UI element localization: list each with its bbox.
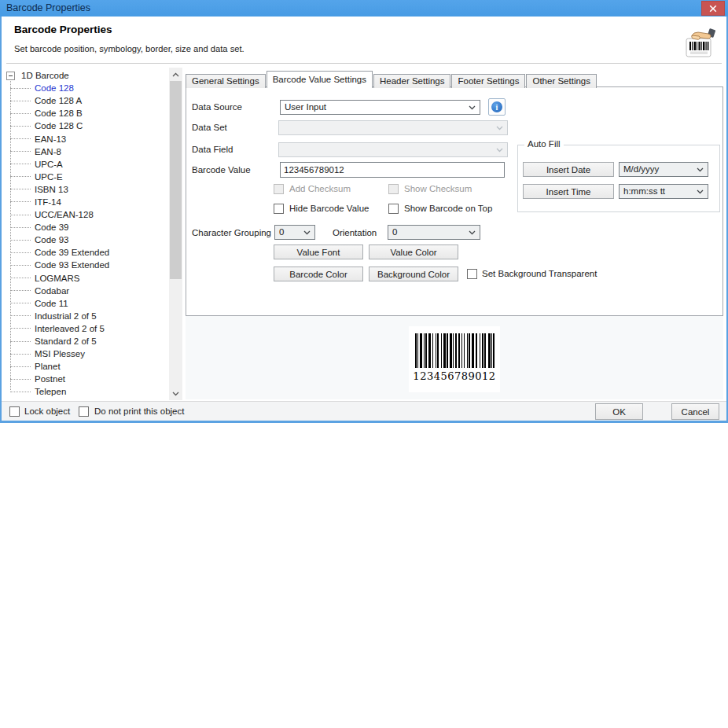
tree-item-label: Code 39 Extended (35, 248, 109, 257)
tree-item-code-128-a[interactable]: Code 128 A (6, 94, 165, 107)
tree-item-code-128-b[interactable]: Code 128 B (6, 107, 165, 119)
tree-connector (10, 88, 31, 89)
set-background-transparent-checkbox[interactable] (467, 269, 477, 279)
tree-item-planet[interactable]: Planet (6, 360, 165, 373)
tree-connector (10, 315, 31, 316)
tree-item-industrial-2-of-5[interactable]: Industrial 2 of 5 (6, 310, 165, 322)
tree-item-code-93[interactable]: Code 93 (6, 233, 165, 246)
tree-item-logmars[interactable]: LOGMARS (6, 272, 165, 285)
tab-other-settings[interactable]: Other Settings (526, 74, 597, 88)
character-grouping-select[interactable]: 0 (274, 225, 315, 240)
tree-item-label: Code 128 C (35, 121, 83, 131)
data-source-info-button[interactable]: i (488, 98, 506, 116)
barcode-value-input[interactable] (280, 162, 505, 178)
tree-item-label: Standard 2 of 5 (35, 336, 97, 346)
chevron-up-icon (172, 72, 179, 77)
character-grouping-label: Character Grouping (192, 228, 271, 237)
insert-time-button[interactable]: Insert Time (523, 184, 614, 199)
tree-item-telepen[interactable]: Telepen (6, 385, 165, 398)
tree-root-1d-barcode[interactable]: 1D Barcode (6, 69, 165, 82)
tree-item-code-128-c[interactable]: Code 128 C (6, 119, 165, 132)
tab-general-settings[interactable]: General Settings (186, 74, 266, 88)
tree-item-upc-e[interactable]: UPC-E (6, 171, 165, 183)
tree-connector (10, 354, 31, 355)
value-color-button[interactable]: Value Color (369, 245, 458, 259)
scroll-up-button[interactable] (169, 68, 182, 81)
tab-header-settings[interactable]: Header Settings (373, 74, 450, 88)
tab-barcode-value-settings[interactable]: Barcode Value Settings (267, 71, 373, 88)
barcode-preview-value: 123456789012 (409, 370, 500, 382)
tree-item-itf-14[interactable]: ITF-14 (6, 196, 165, 208)
tree-item-interleaved-2-of-5[interactable]: Interleaved 2 of 5 (6, 322, 165, 335)
tree-connector (10, 379, 31, 380)
do-not-print-checkbox[interactable] (79, 406, 89, 417)
hide-barcode-value-label: Hide Barcode Value (289, 204, 369, 213)
tree-item-code-11[interactable]: Code 11 (6, 297, 165, 310)
cancel-button[interactable]: Cancel (671, 403, 719, 420)
time-format-select[interactable]: h:mm:ss tt (619, 184, 708, 199)
data-field-select (278, 142, 508, 157)
tab-strip: General SettingsBarcode Value SettingsHe… (186, 72, 597, 88)
date-format-select[interactable]: M/d/yyyy (619, 162, 708, 177)
tree-item-label: ISBN 13 (35, 185, 68, 194)
tree-item-label: Postnet (35, 374, 65, 384)
tree-item-code-39[interactable]: Code 39 (6, 221, 165, 233)
tree-connector (10, 126, 31, 127)
tree-item-standard-2-of-5[interactable]: Standard 2 of 5 (6, 335, 165, 347)
tree-item-msi-plessey[interactable]: MSI Plessey (6, 347, 165, 360)
add-checksum-checkbox (274, 184, 284, 194)
data-source-select[interactable]: User Input (280, 100, 480, 115)
tree-item-codabar[interactable]: Codabar (6, 285, 165, 297)
tree-item-code-39-extended[interactable]: Code 39 Extended (6, 246, 165, 259)
tree-connector (10, 328, 31, 329)
symbology-tree[interactable]: 1D BarcodeCode 128Code 128 ACode 128 BCo… (6, 69, 165, 400)
barcode-color-button[interactable]: Barcode Color (274, 267, 363, 281)
tree-scrollbar[interactable] (169, 68, 182, 400)
lock-object-checkbox[interactable] (9, 406, 20, 417)
tree-connector (10, 176, 31, 177)
orientation-select[interactable]: 0 (388, 225, 480, 240)
dialog-border-left (0, 17, 2, 421)
tree-connector (10, 290, 31, 291)
insert-date-button[interactable]: Insert Date (523, 162, 614, 177)
tree-connector (10, 303, 31, 303)
tree-connector (10, 164, 31, 164)
tree-item-code-93-extended[interactable]: Code 93 Extended (6, 259, 165, 271)
tree-connector (10, 201, 31, 202)
tree-item-label: Industrial 2 of 5 (35, 311, 97, 321)
tree-connector (10, 113, 31, 114)
close-button[interactable] (701, 1, 725, 16)
tree-item-isbn-13[interactable]: ISBN 13 (6, 183, 165, 196)
tree-item-ean-8[interactable]: EAN-8 (6, 145, 165, 158)
tree-item-label: EAN-13 (35, 134, 66, 144)
value-font-button[interactable]: Value Font (274, 245, 363, 259)
show-barcode-on-top-checkbox[interactable] (388, 204, 399, 214)
background-color-button[interactable]: Background Color (369, 267, 458, 281)
tree-item-ean-13[interactable]: EAN-13 (6, 132, 165, 145)
tree-item-label: UPC-A (35, 160, 63, 169)
tab-footer-settings[interactable]: Footer Settings (451, 74, 525, 88)
tree-item-label: Planet (35, 362, 61, 371)
tree-item-label: Code 128 B (35, 108, 83, 118)
barcode-properties-dialog: Barcode Properties Barcode Properties Se… (0, 0, 728, 423)
header-separator (6, 63, 722, 64)
show-barcode-on-top-label: Show Barcode on Top (404, 204, 492, 213)
tree-item-upc-a[interactable]: UPC-A (6, 158, 165, 171)
tree-item-code-128[interactable]: Code 128 (6, 82, 165, 94)
orientation-label: Orientation (333, 228, 377, 237)
chevron-down-icon (469, 230, 476, 235)
ok-button[interactable]: OK (595, 403, 643, 420)
barcode-hand-icon (684, 28, 717, 60)
tree-item-label: ITF-14 (35, 197, 61, 207)
title-bar[interactable]: Barcode Properties (0, 0, 728, 17)
tree-connector (10, 366, 31, 367)
auto-fill-legend: Auto Fill (524, 139, 564, 149)
scrollbar-thumb[interactable] (170, 81, 182, 279)
tree-item-postnet[interactable]: Postnet (6, 373, 165, 385)
tree-item-ucc-ean-128[interactable]: UCC/EAN-128 (6, 208, 165, 221)
tree-connector (10, 151, 31, 152)
scroll-down-button[interactable] (169, 387, 182, 400)
hide-barcode-value-checkbox[interactable] (274, 204, 284, 214)
tree-expand-toggle[interactable] (6, 72, 15, 80)
tree-item-label: Code 128 (35, 83, 74, 93)
